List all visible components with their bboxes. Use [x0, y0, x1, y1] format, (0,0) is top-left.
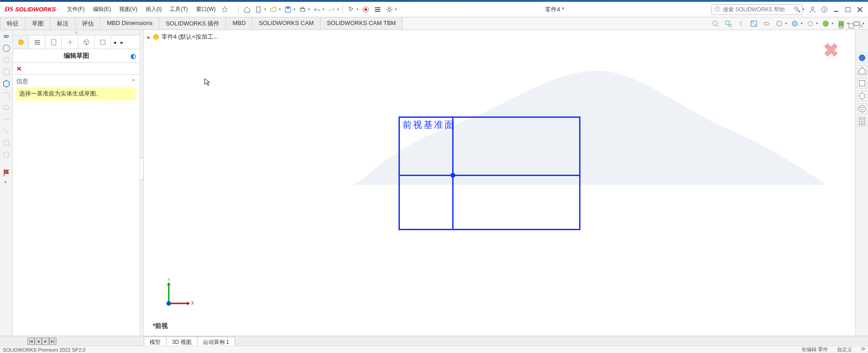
- doc-restore-icon[interactable]: [837, 22, 845, 30]
- panel-tab-config-icon[interactable]: [29, 35, 45, 49]
- search-input[interactable]: [723, 6, 791, 13]
- tool-d-icon[interactable]: [2, 103, 11, 112]
- taskpane-view-icon[interactable]: [857, 91, 867, 101]
- taskpane-appearance-icon[interactable]: [857, 104, 867, 114]
- maximize-icon[interactable]: [843, 4, 853, 15]
- bottom-tab-3dview[interactable]: 3D 视图: [166, 337, 197, 346]
- panel-help-icon[interactable]: ◐: [131, 52, 136, 60]
- dropdown-icon[interactable]: ▾: [293, 7, 295, 11]
- prev-view-icon[interactable]: [735, 18, 747, 30]
- help-icon[interactable]: ?: [819, 4, 830, 15]
- bottom-tab-motion[interactable]: 运动算例 1: [197, 337, 235, 346]
- scene-icon[interactable]: [804, 18, 816, 30]
- tool-cube-icon[interactable]: [2, 79, 11, 88]
- tool-flag-icon[interactable]: [2, 168, 11, 177]
- tab-addins[interactable]: SOLIDWORKS 插件: [159, 17, 226, 30]
- open-icon[interactable]: [268, 4, 279, 15]
- save-icon[interactable]: [283, 4, 293, 15]
- exit-sketch-icon[interactable]: ✖: [823, 39, 839, 61]
- redo-icon[interactable]: [326, 4, 337, 15]
- panel-tab-left-icon[interactable]: ◂: [111, 35, 118, 49]
- dropdown-icon[interactable]: ▾: [337, 7, 339, 11]
- tool-b-icon[interactable]: [2, 67, 11, 76]
- zoom-area-icon[interactable]: [722, 18, 734, 30]
- display-style-icon[interactable]: [773, 18, 785, 30]
- section-view-icon[interactable]: [748, 18, 760, 30]
- new-icon[interactable]: [253, 4, 264, 15]
- tool-g-icon[interactable]: [2, 138, 11, 147]
- panel-tab-right-icon[interactable]: ▸: [118, 35, 126, 49]
- pin-icon[interactable]: [219, 4, 230, 15]
- panel-tab-appearance-icon[interactable]: [78, 35, 95, 49]
- dropdown-icon[interactable]: ▾: [5, 180, 6, 184]
- tool-globe-icon[interactable]: [2, 44, 11, 53]
- nav-first-icon[interactable]: |◂: [27, 338, 35, 345]
- panel-tab-extra-icon[interactable]: [95, 35, 111, 49]
- tab-annotate[interactable]: 标注: [50, 17, 76, 30]
- dropdown-icon[interactable]: ▾: [801, 21, 802, 25]
- print-icon[interactable]: [297, 4, 308, 15]
- menu-window[interactable]: 窗口(W): [192, 4, 219, 15]
- front-plane[interactable]: 前视基准面: [399, 116, 580, 230]
- menu-edit[interactable]: 编辑(E): [89, 4, 115, 15]
- hide-show-icon[interactable]: [789, 18, 801, 30]
- menu-file[interactable]: 文件(F): [63, 4, 88, 15]
- tab-cam-tbm[interactable]: SOLIDWORKS CAM TBM: [321, 17, 403, 30]
- tab-mbd-dim[interactable]: MBD Dimensions: [101, 17, 159, 30]
- nav-next-icon[interactable]: ▸: [42, 338, 49, 345]
- minimize-icon[interactable]: [831, 4, 842, 15]
- select-icon[interactable]: [346, 4, 357, 15]
- tool-3d-icon[interactable]: 3D: [2, 32, 11, 41]
- appearance-icon[interactable]: [820, 18, 832, 30]
- dropdown-icon[interactable]: ▾: [264, 7, 266, 11]
- dynamic-view-icon[interactable]: [761, 18, 772, 30]
- panel-tab-feature-icon[interactable]: [13, 35, 29, 49]
- tab-mbd[interactable]: MBD: [226, 17, 252, 30]
- rebuild-icon[interactable]: [360, 4, 371, 15]
- doc-close-icon[interactable]: [857, 22, 865, 30]
- taskpane-resources-icon[interactable]: [857, 53, 867, 63]
- tool-f-icon[interactable]: [2, 126, 11, 136]
- undo-icon[interactable]: [312, 4, 323, 15]
- menu-insert[interactable]: 插入(I): [142, 4, 165, 15]
- taskpane-home-icon[interactable]: [857, 66, 867, 76]
- tool-a-icon[interactable]: [2, 55, 11, 65]
- home-icon[interactable]: [242, 4, 252, 15]
- tab-evaluate[interactable]: 评估: [76, 17, 101, 30]
- close-icon[interactable]: [854, 4, 865, 15]
- dropdown-icon[interactable]: ▾: [832, 21, 833, 25]
- tool-h-icon[interactable]: [2, 150, 11, 159]
- status-extra-icon[interactable]: ⟳: [861, 346, 865, 353]
- cancel-icon[interactable]: ✕: [16, 65, 22, 72]
- nav-last-icon[interactable]: ▸|: [49, 338, 56, 345]
- graphics-canvas[interactable]: ▸ 零件4 (默认<按加工... 前视基准面 X Y *前视 ✖: [144, 30, 855, 336]
- dropdown-icon[interactable]: ▾: [357, 7, 358, 11]
- dropdown-icon[interactable]: ▾: [816, 21, 818, 25]
- section-header-row[interactable]: 信息 ⌃: [16, 77, 136, 86]
- taskpane-properties-icon[interactable]: [857, 116, 867, 126]
- view-triad[interactable]: X Y: [162, 278, 194, 310]
- menu-view[interactable]: 视图(V): [116, 4, 141, 15]
- tool-e-icon[interactable]: [2, 115, 11, 124]
- nav-prev-icon[interactable]: ◂: [35, 338, 42, 345]
- settings-icon[interactable]: [384, 4, 395, 15]
- panel-splitter[interactable]: [140, 30, 144, 336]
- panel-drag-handle[interactable]: [13, 30, 140, 35]
- status-custom[interactable]: 自定义: [837, 346, 852, 353]
- panel-tab-property-icon[interactable]: [45, 35, 62, 49]
- taskpane-library-icon[interactable]: [857, 78, 867, 88]
- menu-tools[interactable]: 工具(T): [166, 4, 191, 15]
- dropdown-icon[interactable]: ▾: [323, 7, 324, 11]
- dropdown-icon[interactable]: ▾: [308, 7, 310, 11]
- user-icon[interactable]: [807, 4, 818, 15]
- tab-sketch[interactable]: 草图: [25, 17, 50, 30]
- options-icon[interactable]: [372, 4, 383, 15]
- dropdown-icon[interactable]: ▾: [802, 7, 804, 11]
- dropdown-icon[interactable]: ▾: [785, 21, 787, 25]
- search-icon[interactable]: 🔍: [794, 6, 801, 13]
- splitter-grip-icon[interactable]: [140, 157, 144, 180]
- breadcrumb[interactable]: ▸ 零件4 (默认<按加工...: [147, 33, 218, 41]
- dropdown-icon[interactable]: ▾: [395, 7, 397, 11]
- breadcrumb-expand-icon[interactable]: ▸: [147, 34, 151, 40]
- search-box[interactable]: ⓘ 🔍▾: [712, 4, 802, 15]
